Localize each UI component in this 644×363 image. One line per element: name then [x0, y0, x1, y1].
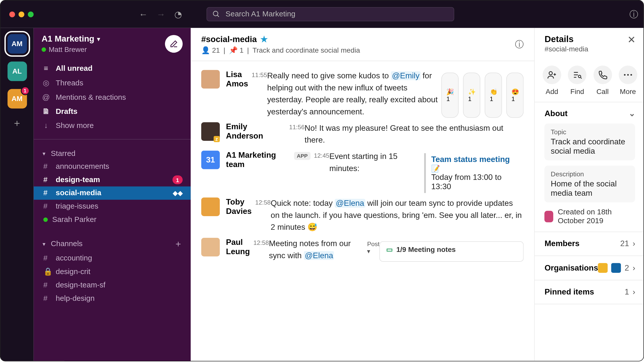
- message-author[interactable]: Lisa Amos: [226, 70, 248, 89]
- pinned-label: Pinned items: [545, 287, 594, 297]
- message-time[interactable]: 12:45: [314, 152, 330, 159]
- history-icon[interactable]: ◔: [174, 9, 182, 19]
- user-avatar[interactable]: [201, 238, 220, 256]
- reaction-button[interactable]: 🎉 1: [441, 73, 459, 118]
- message-author[interactable]: A1 Marketing team: [226, 151, 291, 169]
- message-time[interactable]: 11:56: [289, 123, 305, 130]
- user-avatar[interactable]: [201, 70, 220, 89]
- sidebar-nav-threads[interactable]: ◎Threads: [34, 76, 191, 90]
- add-icon: [543, 65, 561, 84]
- message-text: No! It was my pleasure! Great to see the…: [305, 122, 524, 146]
- sidebar-nav-all-unread[interactable]: ≡All unread: [34, 61, 191, 76]
- post-toggle[interactable]: Post ▾: [367, 241, 379, 262]
- channel-item-triage-issues[interactable]: #triage-issues: [34, 200, 191, 213]
- svg-point-10: [624, 74, 625, 76]
- event-link[interactable]: Team status meeting: [431, 155, 510, 164]
- channel-prefix-icon: #: [43, 162, 51, 171]
- titlebar: ← → ◔ Search A1 Marketing ⓘ: [1, 1, 643, 28]
- close-window-icon[interactable]: [9, 11, 15, 17]
- channel-item-accounting[interactable]: #accounting: [34, 252, 191, 265]
- organisations-row[interactable]: Organisations 2 ›: [535, 256, 643, 280]
- user-mention[interactable]: @Elena: [304, 251, 334, 260]
- details-subtitle: #social-media: [545, 45, 588, 53]
- created-info: Created on 18th October 2019: [545, 208, 635, 225]
- user-mention[interactable]: @Emily: [391, 71, 420, 80]
- notification-badge: 1: [21, 86, 29, 95]
- maximize-window-icon[interactable]: [28, 11, 34, 17]
- presence-icon: [42, 47, 46, 52]
- reaction-button[interactable]: 😍 1: [507, 73, 524, 118]
- svg-line-9: [581, 78, 582, 78]
- details-action-find[interactable]: Find: [568, 65, 587, 96]
- message-author[interactable]: Toby Davies: [226, 197, 252, 216]
- add-channel-icon[interactable]: ＋: [174, 238, 183, 250]
- help-icon[interactable]: ⓘ: [629, 8, 638, 20]
- close-icon[interactable]: ✕: [627, 34, 635, 46]
- channel-item-design-team-sf[interactable]: #design-team-sf: [34, 279, 191, 292]
- details-action-add[interactable]: Add: [543, 65, 561, 96]
- channel-topic[interactable]: Track and coordinate social media: [253, 46, 360, 54]
- channels-section-header[interactable]: ▼ Channels ＋: [34, 233, 191, 252]
- chevron-down-icon[interactable]: ⌄: [629, 109, 635, 118]
- sidebar-nav-show-more[interactable]: ↓Show more: [34, 119, 191, 133]
- add-workspace-icon[interactable]: ＋: [12, 116, 22, 130]
- sidebar-nav-mentions-reactions[interactable]: @Mentions & reactions: [34, 90, 191, 105]
- details-action-more[interactable]: More: [619, 65, 637, 96]
- about-label[interactable]: About: [545, 109, 568, 118]
- message-time[interactable]: 12:58: [253, 239, 269, 246]
- workspace-switcher-2[interactable]: AM1: [7, 89, 27, 108]
- message-text: Really need to give some kudos to @Emily…: [267, 70, 441, 118]
- message-time[interactable]: 11:55: [252, 71, 267, 78]
- sidebar-nav-drafts[interactable]: 🗎Drafts: [34, 105, 191, 119]
- star-icon[interactable]: ★: [260, 34, 268, 44]
- search-input[interactable]: Search A1 Marketing: [207, 7, 454, 21]
- channel-item-design-team[interactable]: #design-team1: [34, 173, 191, 186]
- members-row[interactable]: Members 21 ›: [535, 232, 643, 256]
- reaction-button[interactable]: 👏 1: [485, 73, 502, 118]
- channel-pane: #social-media ★ 👤 21 | 📌 1 | Track and c…: [191, 28, 535, 361]
- forward-icon[interactable]: →: [156, 9, 165, 19]
- pins-icon[interactable]: 📌 1: [229, 46, 244, 54]
- svg-point-11: [627, 74, 629, 76]
- topic-box[interactable]: Topic Track and coordinate social media: [545, 123, 635, 160]
- message-list[interactable]: Lisa Amos 11:55Really need to give some …: [191, 61, 535, 361]
- info-icon[interactable]: ⓘ: [515, 39, 524, 50]
- user-mention[interactable]: @Elena: [335, 199, 365, 208]
- creator-avatar[interactable]: [545, 211, 553, 222]
- event-attachment[interactable]: Team status meeting 📝Today from 13:00 to…: [424, 153, 524, 193]
- workspace-switcher-1[interactable]: AL: [7, 61, 27, 81]
- sidebar-header[interactable]: A1 Marketing ▾ Matt Brewer: [34, 28, 191, 60]
- compose-button[interactable]: [165, 35, 183, 53]
- channel-prefix-icon: #: [43, 189, 51, 197]
- channel-item-announcements[interactable]: #announcements: [34, 160, 191, 173]
- user-avatar[interactable]: z: [201, 122, 220, 141]
- post-attachment[interactable]: ▭1/9 Meeting notes: [380, 241, 524, 262]
- document-icon: ▭: [386, 246, 393, 253]
- channel-item-social-media[interactable]: #social-media◆◆: [34, 186, 191, 200]
- user-avatar[interactable]: [201, 197, 220, 216]
- description-box[interactable]: Description Home of the social media tea…: [545, 166, 635, 202]
- workspace-switcher-0[interactable]: AM: [7, 34, 27, 53]
- back-icon[interactable]: ←: [139, 9, 148, 19]
- starred-label: Starred: [51, 149, 75, 158]
- channel-item-help-design[interactable]: #help-design: [34, 292, 191, 305]
- minimize-window-icon[interactable]: [19, 11, 24, 17]
- message-time[interactable]: 12:58: [255, 199, 271, 206]
- channel-prefix-icon: 🔒: [43, 267, 51, 276]
- members-icon[interactable]: 👤 21: [201, 46, 220, 54]
- channel-name[interactable]: #social-media: [201, 34, 257, 44]
- org-icon: [611, 263, 621, 273]
- channel-item-design-crit[interactable]: 🔒design-crit: [34, 265, 191, 278]
- details-action-call[interactable]: Call: [593, 65, 612, 96]
- chevron-right-icon: ›: [633, 239, 635, 248]
- reaction-button[interactable]: ✨ 1: [463, 73, 480, 118]
- starred-section-header[interactable]: ▼ Starred: [34, 144, 191, 160]
- pinned-row[interactable]: Pinned items 1 ›: [535, 280, 643, 304]
- message-author[interactable]: Paul Leung: [226, 238, 250, 256]
- sidebar: A1 Marketing ▾ Matt Brewer ≡All unread◎T…: [34, 28, 191, 361]
- caret-down-icon: ▼: [42, 151, 46, 156]
- message-author[interactable]: Emily Anderson: [226, 122, 286, 141]
- channel-item-Sarah Parker[interactable]: Sarah Parker: [34, 213, 191, 226]
- channel-prefix-icon: #: [43, 281, 51, 290]
- message-text: Meeting notes from our sync with @Elena: [269, 238, 367, 262]
